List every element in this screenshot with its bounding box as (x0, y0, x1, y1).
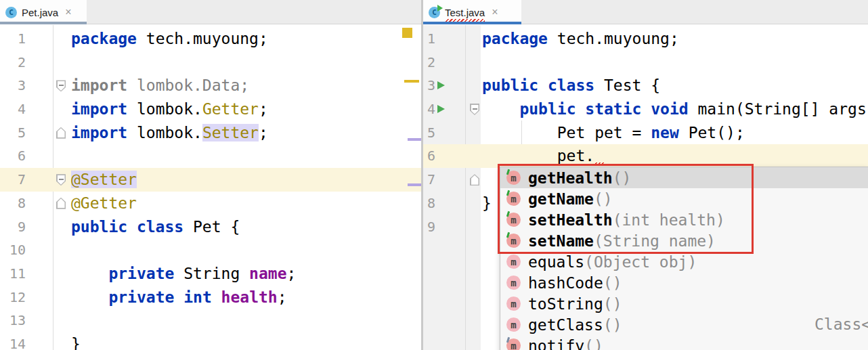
tab-test-java[interactable]: C Test.java × (423, 0, 521, 24)
method-params: () (603, 316, 622, 334)
completion-item[interactable]: mnotify() (500, 335, 868, 350)
line-number: 11 (0, 262, 26, 286)
line-number: 3 (0, 74, 26, 97)
method-params: () (594, 190, 613, 208)
completion-item[interactable]: mequals(Object obj) (500, 251, 868, 272)
code-line[interactable]: 3public class Test { (423, 74, 868, 97)
method-params: (int health) (613, 211, 725, 229)
highlight-stripe-mark[interactable] (408, 138, 421, 141)
code-text: package tech.muyoung; (0, 27, 421, 51)
fold-end-icon[interactable] (56, 198, 66, 209)
code-text: pet. (423, 144, 868, 168)
tab-title: Pet.java (22, 7, 58, 18)
method-name: equals (528, 253, 584, 271)
code-line[interactable]: 4 public static void main(String[] args (423, 97, 868, 121)
code-line[interactable]: 12 private int health; (0, 286, 421, 309)
run-arrow-icon (437, 5, 443, 12)
line-number: 7 (0, 168, 26, 192)
code-line[interactable]: 5import lombok.Setter; (0, 121, 421, 145)
code-text: public class Test { (423, 74, 868, 97)
code-text: private int health; (0, 286, 421, 309)
code-line[interactable]: 11 private String name; (0, 262, 421, 286)
line-number: 5 (0, 121, 26, 145)
typo-squiggle (445, 19, 485, 22)
method-name: getHealth (528, 169, 613, 187)
line-number: 6 (0, 144, 26, 168)
fold-collapse-icon[interactable] (470, 104, 479, 115)
code-line[interactable]: 6 (0, 144, 421, 168)
line-number: 9 (423, 215, 435, 239)
code-text: package tech.muyoung; (423, 27, 868, 51)
editor-pet-java[interactable]: 1package tech.muyoung;23import lombok.Da… (0, 25, 421, 350)
final-method-mark (506, 337, 510, 343)
code-line[interactable]: 4import lombok.Getter; (0, 97, 421, 121)
line-number: 13 (0, 309, 26, 332)
method-icon: m (506, 213, 521, 227)
code-text: private String name; (0, 262, 421, 286)
code-line[interactable]: 13 (0, 309, 421, 332)
runnable-class-icon: C (429, 7, 440, 18)
method-name: toString (528, 295, 603, 313)
generated-method-mark (506, 190, 510, 196)
code-completion-popup[interactable]: mgetHealth()mgetName()msetHealth(int hea… (500, 167, 868, 350)
code-line[interactable]: 1package tech.muyoung; (423, 27, 868, 51)
line-number: 2 (423, 51, 435, 74)
generated-method-mark (506, 211, 510, 217)
code-line[interactable]: 6 pet. (423, 144, 868, 168)
line-number: 14 (0, 332, 26, 350)
completion-item[interactable]: mhashCode() (500, 272, 868, 293)
completion-item[interactable]: mgetHealth() (500, 167, 868, 188)
code-line[interactable]: 10 (0, 238, 421, 262)
method-name: hashCode (528, 274, 603, 292)
completion-item[interactable]: mgetName() (500, 188, 868, 209)
method-params: () (613, 169, 632, 187)
error-squiggle (595, 162, 605, 165)
tabbar-left: C Pet.java × (0, 0, 421, 24)
completion-item[interactable]: mtoString() (500, 293, 868, 314)
code-line[interactable]: 3import lombok.Data; (0, 74, 421, 97)
fold-collapse-icon[interactable] (56, 80, 66, 91)
completion-item[interactable]: mgetClass()Class< (500, 314, 868, 335)
fold-end-icon[interactable] (470, 174, 479, 185)
line-number: 5 (423, 121, 435, 145)
method-icon: m (506, 255, 521, 269)
highlight-stripe-mark[interactable] (408, 183, 421, 186)
code-text: public class Pet { (0, 215, 421, 239)
warning-stripe-mark[interactable] (404, 80, 419, 83)
return-type: Class< (815, 314, 868, 335)
code-line[interactable]: 1package tech.muyoung; (0, 27, 421, 51)
line-number: 1 (0, 27, 26, 51)
completion-item[interactable]: msetHealth(int health) (500, 209, 868, 230)
tab-pet-java[interactable]: C Pet.java × (0, 0, 87, 24)
generated-method-mark (506, 232, 510, 238)
method-params: (String name) (594, 232, 716, 250)
code-line[interactable]: 9public class Pet { (0, 215, 421, 239)
run-gutter-icon[interactable] (437, 81, 445, 89)
line-number: 4 (0, 97, 26, 121)
code-line[interactable]: 14} (0, 332, 421, 350)
method-icon: m (506, 234, 521, 248)
method-params: () (603, 274, 622, 292)
code-line[interactable]: 5 Pet pet = new Pet(); (423, 121, 868, 145)
run-gutter-icon[interactable] (437, 105, 445, 113)
fold-collapse-icon[interactable] (56, 174, 66, 185)
method-icon: m (506, 297, 521, 311)
method-name: notify (528, 337, 584, 350)
code-line[interactable]: 2 (423, 51, 868, 74)
close-icon[interactable]: × (65, 7, 71, 18)
line-number: 6 (423, 144, 435, 168)
fold-end-icon[interactable] (56, 127, 66, 139)
inspection-status-square[interactable] (402, 28, 412, 38)
code-line[interactable]: 2 (0, 51, 421, 74)
method-name: getClass (528, 316, 603, 334)
close-icon[interactable]: × (492, 7, 498, 18)
method-params: () (584, 337, 603, 350)
completion-item[interactable]: msetName(String name) (500, 230, 868, 251)
tabbar-right: C Test.java × (423, 0, 868, 24)
method-name: setName (528, 232, 594, 250)
code-line[interactable]: 7@Setter (0, 168, 421, 192)
line-number: 2 (0, 51, 26, 74)
line-number: 4 (423, 97, 435, 121)
method-name: getName (528, 190, 594, 208)
code-line[interactable]: 8@Getter (0, 192, 421, 215)
